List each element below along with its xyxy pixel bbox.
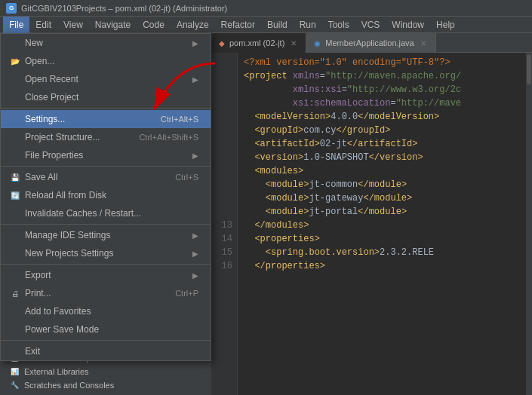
power-save-icon	[10, 324, 20, 335]
menu-build[interactable]: Build	[261, 17, 294, 33]
menu-window[interactable]: Window	[386, 17, 430, 33]
menu-item-power-save[interactable]: Power Save Mode	[1, 320, 211, 338]
recent-icon	[10, 74, 20, 84]
new-icon	[10, 38, 20, 48]
menu-edit[interactable]: Edit	[29, 17, 57, 33]
code-line-2: <project xmlns="http://maven.apache.org/	[244, 69, 526, 83]
menu-item-add-favorites[interactable]: Add to Favorites	[1, 302, 211, 320]
settings-icon	[10, 114, 20, 124]
menu-file[interactable]: File	[3, 17, 29, 33]
menu-item-file-properties[interactable]: File Properties ▶	[1, 146, 211, 164]
new-projects-icon	[10, 248, 20, 259]
menu-analyze[interactable]: Analyze	[171, 17, 215, 33]
code-line-4: xsi:schemaLocation="http://mave	[244, 96, 526, 110]
app-icon: G	[6, 3, 17, 14]
project-structure-icon	[10, 132, 20, 142]
invalidate-icon	[10, 208, 20, 219]
code-line-15: <spring.boot.version>2.3.2.RELE	[244, 246, 526, 259]
tab-java-close[interactable]: ✕	[419, 38, 428, 48]
menu-item-open[interactable]: 📂Open...	[1, 52, 211, 70]
separator-3	[1, 224, 211, 225]
favorites-icon	[10, 306, 20, 317]
code-line-12: <module>jt-portal</module>	[244, 205, 526, 219]
title-bar: G GitCGBIV2103Projects – pom.xml (02-jt)…	[0, 0, 532, 17]
separator-2	[1, 166, 211, 167]
code-line-10: <module>jt-common</module>	[244, 178, 526, 191]
tab-pom-label: pom.xml (02-jt)	[229, 38, 284, 47]
libraries-label: External Libraries	[24, 367, 89, 376]
editor-tabs: ◆ pom.xml (02-jt) ✕ ◉ MemberApplication.…	[211, 33, 532, 53]
menu-item-project-structure[interactable]: Project Structure... Ctrl+Alt+Shift+S	[1, 128, 211, 146]
scratches-icon: 🔧	[9, 380, 20, 390]
menu-vcs[interactable]: VCS	[355, 17, 386, 33]
menu-item-manage-ide[interactable]: Manage IDE Settings ▶	[1, 226, 211, 244]
main-area: New ▶ 📂Open... Open Recent ▶ Close Proje…	[0, 33, 532, 395]
menu-item-exit[interactable]: Exit	[1, 342, 211, 360]
menu-refactor[interactable]: Refactor	[215, 17, 261, 33]
file-menu-dropdown: New ▶ 📂Open... Open Recent ▶ Close Proje…	[0, 33, 211, 361]
menu-item-print[interactable]: 🖨Print... Ctrl+P	[1, 284, 211, 302]
menu-help[interactable]: Help	[430, 17, 461, 33]
menu-navigate[interactable]: Navigate	[89, 17, 137, 33]
separator-5	[1, 340, 211, 341]
line-numbers: 13 14 15 16	[211, 53, 238, 395]
export-icon	[10, 270, 20, 280]
tab-pom-close[interactable]: ✕	[289, 38, 298, 48]
menu-view[interactable]: View	[57, 17, 89, 33]
menu-item-invalidate[interactable]: Invalidate Caches / Restart...	[1, 204, 211, 222]
save-icon: 💾	[10, 172, 20, 182]
scrollbar-thumb[interactable]	[527, 54, 531, 84]
java-tab-icon: ◉	[314, 39, 321, 47]
code-line-8: <version>1.0-SNAPSHOT</version>	[244, 151, 526, 164]
exit-icon	[10, 346, 20, 357]
code-line-13: </modules>	[244, 219, 526, 232]
file-properties-icon	[10, 150, 20, 161]
code-line-16: </properties>	[244, 259, 526, 273]
menu-item-save-all[interactable]: 💾Save All Ctrl+S	[1, 168, 211, 186]
menu-bar: File Edit View Navigate Code Analyze Ref…	[0, 17, 532, 33]
separator-1	[1, 108, 211, 109]
code-line-6: <groupId>com.cy</groupId>	[244, 124, 526, 137]
menu-code[interactable]: Code	[137, 17, 171, 33]
code-line-7: <artifactId>02-jt</artifactId>	[244, 137, 526, 151]
code-area: 13 14 15 16 <?xml version="1.0" encoding…	[211, 53, 532, 395]
tab-java-label: MemberApplication.java	[325, 38, 414, 47]
manage-ide-icon	[10, 230, 20, 240]
menu-item-settings[interactable]: Settings... Ctrl+Alt+S	[1, 110, 211, 128]
separator-4	[1, 264, 211, 265]
code-line-3: xmlns:xsi="http://www.w3.org/2c	[244, 83, 526, 96]
code-line-11: <module>jt-gateway</module>	[244, 191, 526, 205]
title-text: GitCGBIV2103Projects – pom.xml (02-jt) (…	[21, 4, 227, 13]
scratches-label: Scratches and Consoles	[24, 381, 114, 390]
tab-member-application[interactable]: ◉ MemberApplication.java ✕	[306, 33, 435, 53]
code-line-9: <modules>	[244, 164, 526, 178]
sidebar-external-libraries[interactable]: 📊 External Libraries	[6, 365, 205, 378]
reload-icon: 🔄	[10, 190, 20, 201]
menu-tools[interactable]: Tools	[322, 17, 355, 33]
sidebar-scratches[interactable]: 🔧 Scratches and Consoles	[6, 378, 205, 392]
tab-pom-xml[interactable]: ◆ pom.xml (02-jt) ✕	[211, 33, 306, 53]
code-line-1: <?xml version="1.0" encoding="UTF-8"?>	[244, 56, 526, 69]
menu-item-export[interactable]: Export ▶	[1, 266, 211, 284]
libraries-icon: 📊	[9, 366, 20, 377]
menu-item-new-projects[interactable]: New Projects Settings ▶	[1, 244, 211, 262]
xml-tab-icon: ◆	[219, 39, 225, 47]
vertical-scrollbar[interactable]	[526, 53, 532, 395]
print-icon: 🖨	[10, 288, 20, 299]
menu-item-open-recent[interactable]: Open Recent ▶	[1, 70, 211, 88]
close-project-icon	[10, 92, 20, 103]
open-icon: 📂	[10, 56, 20, 66]
code-line-14: <properties>	[244, 232, 526, 246]
code-line-5: <modelVersion>4.0.0</modelVersion>	[244, 110, 526, 124]
menu-run[interactable]: Run	[294, 17, 322, 33]
editor-area: ◆ pom.xml (02-jt) ✕ ◉ MemberApplication.…	[211, 33, 532, 395]
menu-item-close-project[interactable]: Close Project	[1, 88, 211, 106]
code-content[interactable]: <?xml version="1.0" encoding="UTF-8"?> <…	[238, 53, 532, 395]
menu-item-new[interactable]: New ▶	[1, 34, 211, 52]
menu-item-reload[interactable]: 🔄Reload All from Disk	[1, 186, 211, 204]
